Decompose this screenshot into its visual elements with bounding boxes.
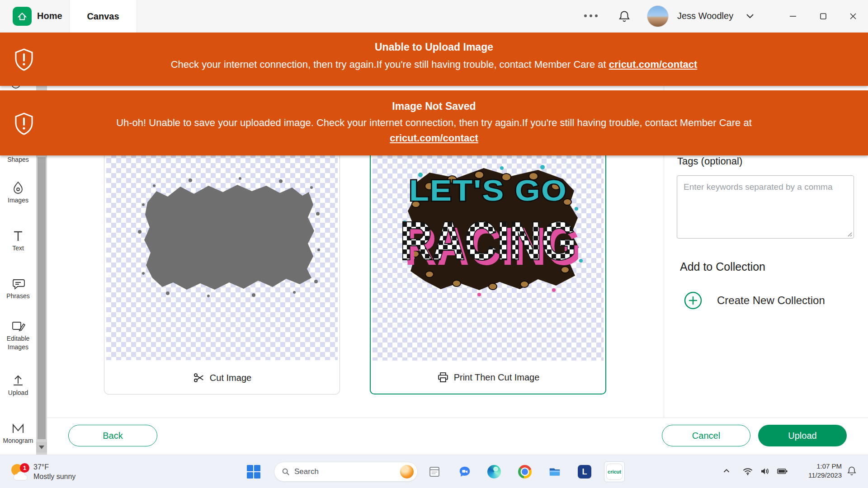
battery-icon[interactable] (777, 466, 788, 477)
tags-heading: Tags (optional) (677, 155, 742, 167)
wifi-icon[interactable] (742, 466, 753, 477)
app-icon-l[interactable]: L (574, 461, 595, 482)
print-then-cut-card[interactable]: LET'S GO RACING RACING Print Then Cut Im… (370, 141, 606, 394)
volume-icon[interactable] (760, 466, 770, 477)
sidebar-item-monogram[interactable]: Monogram (0, 420, 36, 445)
time-label: 1:07 PM (808, 462, 842, 471)
add-to-collection-heading: Add to Collection (680, 260, 765, 273)
date-label: 11/29/2023 (808, 471, 842, 480)
upload-button[interactable]: Upload (758, 425, 847, 446)
cut-image-card[interactable]: Cut Image (104, 141, 340, 394)
tab-home[interactable]: Home (37, 11, 62, 21)
app-icon-cricut[interactable]: cricut (604, 461, 625, 482)
sidebar-item-editable-images[interactable]: Editable Images (0, 318, 36, 352)
cancel-button[interactable]: Cancel (662, 425, 750, 446)
sidebar-item-phrases[interactable]: Phrases (0, 276, 36, 300)
sidebar-item-images[interactable]: Images (0, 180, 36, 205)
contact-link[interactable]: cricut.com/contact (390, 132, 478, 144)
print-then-cut-preview: LET'S GO RACING RACING (389, 155, 588, 304)
upload-icon (10, 372, 26, 389)
app-icon-edge[interactable] (484, 461, 505, 482)
weather-temperature: 37°F (33, 462, 75, 472)
footer-divider (47, 418, 868, 418)
sidebar-item-upload[interactable]: Upload (0, 372, 36, 397)
text-icon (10, 228, 26, 244)
editable-images-icon (10, 318, 26, 334)
tray-chevron-up-icon[interactable] (722, 466, 731, 476)
taskbar-search[interactable]: Search (274, 462, 418, 482)
app-icon-file-explorer[interactable] (544, 461, 565, 482)
windows-logo-icon (247, 465, 260, 479)
app-icon-chat[interactable] (454, 461, 475, 482)
artwork-line1: LET'S GO (409, 174, 567, 207)
more-options-button[interactable] (584, 14, 598, 17)
transparency-checker (106, 143, 338, 360)
transparency-checker: LET'S GO RACING RACING (373, 144, 604, 361)
error-banner-not-saved: Image Not Saved Uh-oh! Unable to save yo… (0, 90, 868, 155)
app-icon-chrome[interactable] (514, 461, 535, 482)
artwork-line2: RACING (400, 211, 576, 271)
user-name[interactable]: Jess Woodley (677, 11, 733, 21)
print-then-cut-label: Print Then Cut Image (454, 372, 540, 383)
banner-message: Check your internet connection, then try… (171, 59, 606, 70)
app-header: Home Canvas Jess Woodley (0, 0, 868, 33)
notifications-bell-icon[interactable] (618, 9, 631, 23)
search-label: Search (294, 467, 396, 476)
contact-link[interactable]: cricut.com/contact (609, 59, 698, 70)
home-logo-icon (15, 9, 29, 23)
search-highlight-icon (400, 465, 414, 479)
window-close-button[interactable] (844, 8, 862, 24)
banner-title: Unable to Upload Image (0, 41, 868, 53)
create-new-collection-button[interactable]: Create New Collection (684, 291, 825, 310)
app-logo[interactable] (13, 7, 32, 26)
images-icon (10, 180, 26, 196)
back-button[interactable]: Back (68, 425, 157, 446)
cut-image-preview (123, 160, 321, 304)
weather-widget[interactable]: 1 37°F Mostly sunny (7, 460, 75, 483)
monogram-icon (10, 420, 26, 436)
app-icon-window[interactable] (424, 461, 445, 482)
printer-icon (437, 371, 449, 384)
user-menu-chevron-down-icon[interactable] (745, 13, 755, 20)
shield-warning-icon (14, 48, 34, 71)
tab-canvas[interactable]: Canvas (69, 0, 137, 33)
taskbar-clock[interactable]: 1:07 PM 11/29/2023 (808, 462, 842, 480)
banner-title: Image Not Saved (0, 100, 868, 113)
sidebar-item-shapes[interactable]: Shapes (0, 155, 36, 164)
windows-taskbar: 1 37°F Mostly sunny Search (0, 455, 868, 488)
search-icon (282, 468, 290, 476)
phrases-icon (10, 276, 26, 292)
sidebar-item-text[interactable]: Text (0, 228, 36, 253)
scrollbar-down-button[interactable] (36, 442, 47, 453)
user-avatar[interactable] (647, 5, 669, 27)
banner-message: Uh-oh! Unable to save your uploaded imag… (116, 117, 752, 128)
error-banner-upload: Unable to Upload Image Check your intern… (0, 33, 868, 86)
window-maximize-button[interactable] (815, 8, 832, 24)
notification-center-bell-icon[interactable] (846, 465, 857, 477)
tags-input[interactable] (677, 175, 854, 239)
scrollbar-thumb[interactable] (38, 157, 46, 439)
scissors-icon (193, 371, 205, 384)
window-minimize-button[interactable] (784, 8, 802, 24)
start-button[interactable] (243, 461, 264, 482)
shield-warning-icon (14, 112, 34, 136)
notification-badge: 1 (20, 463, 29, 473)
cut-image-label: Cut Image (210, 373, 251, 383)
weather-description: Mostly sunny (33, 472, 75, 481)
plus-circle-icon (684, 291, 703, 310)
